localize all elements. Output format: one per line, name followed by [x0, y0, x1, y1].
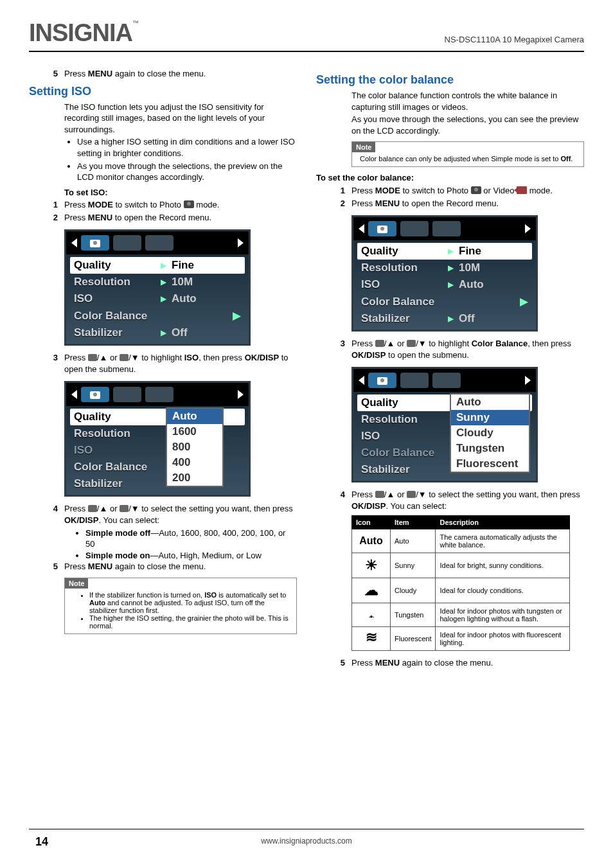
arrow-right-icon: ▶ [161, 328, 166, 337]
camera-icon [377, 377, 387, 385]
cb-step-1: 1 Press MODE to switch to Photo or Video… [332, 185, 584, 197]
tab-photo [81, 387, 109, 402]
tab-other-2 [145, 235, 173, 251]
table-row: -●- Tungsten Ideal for indoor photos wit… [352, 603, 570, 627]
iso-step-4-options: Simple mode off—Auto, 1600, 800, 400, 20… [74, 527, 297, 562]
macro-up-icon [375, 340, 384, 347]
iso-dropdown: Auto 1600 800 400 200 [166, 407, 224, 487]
record-menu-iso-sub: Quality Resolution ISO Color Balance Sta… [64, 381, 251, 497]
table-row: Auto Auto The camera automatically adjus… [352, 529, 570, 553]
menu-row-color-balance: Color Balance▶ [353, 293, 536, 310]
wb-item: Fluorescent [391, 627, 436, 651]
arrow-right-icon: ▶ [161, 261, 166, 270]
iso-bullet: Use a higher ISO setting in dim conditio… [77, 136, 297, 159]
video-icon [517, 186, 527, 194]
flash-down-icon [120, 354, 129, 361]
iso-step-5: 5 Press MENU again to close the menu. [45, 561, 297, 572]
tab-photo [368, 221, 396, 236]
menu-tabs [66, 383, 249, 406]
cb-step-5: 5 Press MENU again to close the menu. [332, 657, 584, 669]
table-row: Cloudy Ideal for cloudy conditions. [352, 578, 570, 603]
dropdown-item: Auto [451, 394, 529, 410]
menu-row-iso: ISO▶Auto [353, 276, 536, 293]
menu-tabs [353, 217, 536, 240]
table-row: Sunny Ideal for bright, sunny conditions… [352, 553, 570, 578]
wb-cloudy-icon [352, 578, 391, 603]
wb-desc: Ideal for bright, sunny conditions. [436, 553, 570, 578]
macro-up-icon [88, 505, 97, 512]
cb-note-box: Note Color balance can only be adjusted … [351, 141, 584, 167]
nav-right-icon [525, 224, 531, 233]
footer-rule [29, 829, 584, 829]
cb-step-3: 3 Press /▲ or /▼ to highlight Color Bala… [332, 338, 584, 360]
heading-setting-color-balance: Setting the color balance [316, 72, 584, 87]
dropdown-item: Sunny [451, 410, 529, 425]
wb-fluorescent-icon [352, 627, 391, 651]
wb-auto-icon: Auto [352, 529, 391, 553]
tab-other-2 [145, 387, 173, 402]
macro-up-icon [88, 354, 97, 361]
tab-other-1 [400, 373, 429, 388]
dropdown-item: Fluorescent [451, 456, 529, 472]
iso-note-box: Note If the stabilizer function is turne… [64, 578, 297, 634]
tab-photo [81, 235, 109, 251]
camera-icon [184, 200, 194, 208]
arrow-right-icon: ▶ [448, 314, 454, 323]
tab-other-1 [400, 221, 429, 236]
step-close-menu: 5 Press MENU again to close the menu. [45, 68, 297, 80]
note-body: Color balance can only be adjusted when … [352, 152, 583, 166]
nav-right-icon [238, 390, 244, 399]
iso-step-1: 1 Press MODE to switch to Photo mode. [45, 199, 297, 211]
menu-body: Quality▶Fine Resolution▶10M ISO▶Auto Col… [66, 254, 249, 344]
menu-row-iso: ISO▶Auto [66, 290, 249, 307]
tab-photo [368, 373, 396, 388]
iso-intro: The ISO function lets you adjust the ISO… [64, 102, 297, 136]
arrow-right-icon: ▶ [448, 280, 454, 289]
white-balance-table: Icon Item Description Auto Auto The came… [351, 515, 570, 651]
wb-desc: Ideal for cloudy conditions. [436, 578, 570, 603]
nav-right-icon [525, 376, 531, 385]
header-rule [29, 51, 584, 52]
page-header: INSIGNIA™ NS-DSC1110A 10 Megapixel Camer… [29, 19, 584, 47]
record-menu-cb-sub: Quality Resolution ISO Color Balance Sta… [351, 367, 538, 483]
tab-other-2 [432, 373, 461, 388]
heading-setting-iso: Setting ISO [29, 84, 297, 99]
flash-down-icon [120, 505, 129, 512]
menu-row-quality: Quality▶Fine [70, 257, 245, 274]
dropdown-item: Tungsten [451, 441, 529, 456]
tab-other-2 [432, 221, 461, 236]
menu-tabs [66, 231, 249, 254]
table-header-item: Item [391, 516, 436, 529]
iso-step-4: 4 Press /▲ or /▼ to select the setting y… [45, 503, 297, 526]
left-column: 5 Press MENU again to close the menu. Se… [29, 68, 297, 670]
camera-icon [471, 186, 481, 194]
heading-to-set-cb: To set the color balance: [316, 172, 584, 184]
cb-intro-1: The color balance function controls the … [351, 90, 584, 112]
table-row: Fluorescent Ideal for indoor photos with… [352, 627, 570, 651]
iso-step-2: 2 Press MENU to open the Record menu. [45, 212, 297, 224]
tab-other-1 [113, 235, 141, 251]
arrow-right-icon: ▶ [161, 278, 166, 287]
flash-down-icon [407, 491, 416, 498]
cb-step-4: 4 Press /▲ or /▼ to select the setting y… [332, 489, 584, 511]
dropdown-item: 800 [167, 439, 222, 455]
iso-step-3: 3 Press /▲ or /▼ to highlight ISO, then … [45, 352, 297, 375]
menu-row-quality: Quality▶Fine [357, 243, 532, 260]
dropdown-item: 1600 [167, 424, 222, 439]
arrow-right-icon: ▶ [448, 247, 454, 256]
note-item: The higher the ISO setting, the grainier… [89, 614, 290, 630]
menu-row-resolution: Resolution▶10M [66, 274, 249, 290]
record-menu-iso: Quality▶Fine Resolution▶10M ISO▶Auto Col… [64, 229, 251, 346]
iso-bullets: Use a higher ISO setting in dim conditio… [77, 136, 297, 182]
cb-step-2: 2 Press MENU to open the Record menu. [332, 198, 584, 209]
arrow-right-icon: ▶ [233, 309, 241, 323]
arrow-right-icon: ▶ [448, 263, 454, 272]
content-columns: 5 Press MENU again to close the menu. Se… [29, 68, 584, 670]
wb-item: Cloudy [391, 578, 436, 603]
flash-down-icon [407, 340, 416, 347]
note-item: If the stabilizer function is turned on,… [89, 591, 290, 614]
product-name: NS-DSC1110A 10 Megapixel Camera [445, 35, 585, 44]
nav-left-icon [71, 390, 77, 399]
wb-item: Auto [391, 529, 436, 553]
logo-tm: ™ [132, 19, 138, 26]
